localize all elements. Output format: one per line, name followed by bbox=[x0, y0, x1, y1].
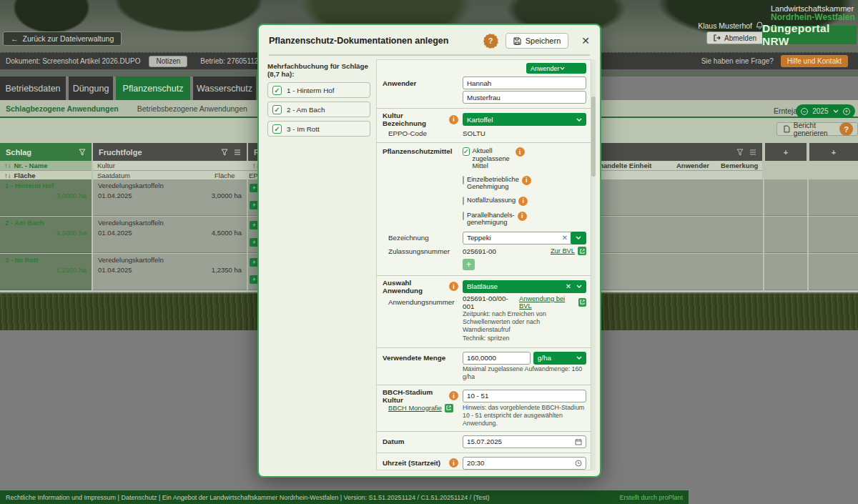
saatdatum-value: 01.04.2025 bbox=[98, 266, 132, 274]
kultur-label: Kultur Bezeichnung bbox=[383, 112, 446, 127]
question-text: Sie haben eine Frage? bbox=[701, 57, 774, 65]
anwender-first-input[interactable] bbox=[463, 76, 586, 89]
info-icon[interactable]: i bbox=[449, 115, 458, 124]
back-button-label: Zurück zur Dateiverwaltung bbox=[23, 34, 114, 43]
datum-input[interactable] bbox=[463, 435, 586, 448]
save-button[interactable]: Speichern bbox=[506, 33, 569, 49]
footer-info[interactable]: Rechtliche Information und Impressum | D… bbox=[6, 494, 489, 501]
column-header-fruchtfolge[interactable]: Fruchtfolge bbox=[93, 143, 247, 161]
form-scrollbar-thumb[interactable] bbox=[591, 97, 596, 177]
fruchtfolge-cell[interactable]: Veredelungskartoffeln 01.04.2025 4,5000 … bbox=[93, 217, 247, 253]
tab-betriebsdaten[interactable]: Betriebsdaten bbox=[0, 76, 66, 100]
schlag-cell[interactable]: 1 - Hinterm Hof 3,0000 ha bbox=[0, 179, 92, 216]
mittel-select-button[interactable] bbox=[571, 232, 586, 244]
clock-icon[interactable] bbox=[575, 460, 582, 467]
anwender-label: Anwender bbox=[383, 79, 416, 87]
external-link-icon[interactable] bbox=[578, 298, 586, 307]
section-uhrzeit: Uhrzeit (Startzeit)i Hinweis: Anwendung … bbox=[377, 453, 591, 471]
checkbox-einzel[interactable]: Einzelbetriebliche Genehmigung i bbox=[463, 174, 525, 192]
footer: Rechtliche Information und Impressum | D… bbox=[0, 490, 689, 504]
info-icon[interactable]: i bbox=[518, 197, 528, 206]
bbch-monografie-link[interactable]: BBCH Monografie bbox=[388, 405, 442, 412]
bbch-input[interactable] bbox=[463, 390, 586, 402]
section-psm: Pflanzenschutzmittel ✓ Aktuell zugelasse… bbox=[377, 142, 591, 275]
anwendung-select[interactable]: Blattläuse ✕ bbox=[463, 280, 586, 293]
dialog-help-icon[interactable]: ? bbox=[483, 34, 498, 49]
help-contact-button[interactable]: Hilfe und Kontakt bbox=[781, 55, 848, 67]
section-menge: Verwendete Menge g/ha Maximal zugelassen… bbox=[377, 347, 591, 385]
tab-duengung[interactable]: Düngung bbox=[69, 76, 113, 100]
app-root: ← Zurück zur Dateiverwaltung Klaus Muste… bbox=[0, 0, 858, 504]
info-icon[interactable]: i bbox=[518, 212, 527, 221]
checkbox-empty-icon[interactable] bbox=[463, 197, 464, 205]
dialog-divider bbox=[269, 54, 590, 56]
checkbox-checked-icon[interactable]: ✓ bbox=[272, 124, 282, 134]
multibooking-heading: Mehrfachbuchung für Schläge (8,7 ha): bbox=[267, 62, 370, 78]
calendar-icon[interactable] bbox=[575, 438, 582, 445]
kultur-select[interactable]: Kartoffel bbox=[463, 113, 586, 126]
erntejahr-selector[interactable]: − 2025 + bbox=[796, 104, 855, 118]
zulassung-label: Zulassungsnummer bbox=[383, 247, 450, 255]
logout-button[interactable]: Abmelden bbox=[706, 31, 764, 44]
anwender-type-select[interactable]: Anwender bbox=[526, 63, 586, 74]
add-mittel-button[interactable]: + bbox=[463, 259, 475, 270]
filter-icon[interactable] bbox=[736, 149, 744, 156]
add-column-button[interactable]: + bbox=[765, 143, 807, 161]
checkbox-checked-icon[interactable]: ✓ bbox=[272, 86, 282, 95]
tab-wasserschutz[interactable]: Wasserschutz bbox=[193, 76, 256, 100]
column-header-schlag[interactable]: Schlag bbox=[0, 143, 92, 161]
checkbox-empty-icon[interactable] bbox=[463, 176, 464, 184]
external-link-icon[interactable] bbox=[578, 247, 586, 255]
year-minus-icon[interactable]: − bbox=[801, 108, 808, 115]
menu-icon[interactable] bbox=[749, 149, 756, 155]
menge-input[interactable] bbox=[463, 352, 531, 365]
sort-icon[interactable]: ↑↓ bbox=[4, 162, 11, 169]
plot-checkbox-row[interactable]: ✓ 1 - Hinterm Hof bbox=[267, 82, 370, 98]
schlag-cell[interactable]: 2 - Am Bach 4,5000 ha bbox=[0, 217, 92, 253]
filter-icon[interactable] bbox=[221, 149, 228, 156]
checkbox-aktuell[interactable]: ✓ Aktuell zugelassene Mittel i bbox=[463, 146, 525, 172]
checkbox-checked-icon[interactable]: ✓ bbox=[272, 105, 282, 114]
schlag-area: 4,5000 ha bbox=[5, 229, 87, 237]
info-icon[interactable]: i bbox=[516, 147, 525, 157]
subheader-nr-name[interactable]: ↑↓ Nr. - Name bbox=[0, 161, 92, 170]
subtab-betriebsbezogene[interactable]: Betriebsbezogene Anwendungen bbox=[137, 104, 247, 113]
uhrzeit-input[interactable] bbox=[463, 457, 586, 470]
year-plus-icon[interactable]: + bbox=[843, 108, 850, 115]
anwender-last-input[interactable] bbox=[463, 91, 586, 104]
menu-icon[interactable] bbox=[234, 149, 241, 155]
close-icon[interactable]: ✕ bbox=[578, 34, 593, 48]
anwendung-bvl-link[interactable]: Anwendung bei BVL bbox=[519, 295, 576, 310]
tab-pflanzenschutz[interactable]: Pflanzenschutz bbox=[116, 76, 190, 100]
fruchtfolge-cell[interactable]: Veredelungskartoffeln 01.04.2025 1,2350 … bbox=[93, 254, 247, 290]
checkbox-empty-icon[interactable] bbox=[463, 212, 464, 220]
external-link-icon[interactable] bbox=[445, 404, 453, 412]
plot-checkbox-row[interactable]: ✓ 2 - Am Bach bbox=[267, 102, 370, 117]
info-icon[interactable]: i bbox=[449, 282, 458, 291]
info-icon[interactable]: i bbox=[522, 176, 531, 185]
subtab-schlagbezogene[interactable]: Schlagbezogene Anwendungen bbox=[6, 104, 119, 113]
subheader-flaeche[interactable]: ↑↓ Fläche bbox=[0, 170, 92, 179]
bvl-link[interactable]: Zur BVL bbox=[551, 247, 575, 255]
filter-icon[interactable] bbox=[79, 149, 86, 156]
back-to-file-management-button[interactable]: ← Zurück zur Dateiverwaltung bbox=[3, 31, 122, 46]
clear-icon[interactable]: ✕ bbox=[562, 234, 568, 242]
info-icon[interactable]: i bbox=[449, 391, 458, 400]
clear-icon[interactable]: ✕ bbox=[566, 282, 571, 290]
lwk-logo-mark-icon bbox=[762, 6, 768, 21]
checkbox-notfall[interactable]: Notfallzulassung i bbox=[463, 195, 525, 207]
ff-area-value: 4,5000 ha bbox=[212, 229, 242, 237]
plot-checkbox-row[interactable]: ✓ 3 - Im Rott bbox=[267, 121, 370, 137]
report-help-icon[interactable]: ? bbox=[839, 122, 853, 136]
checkbox-parallel[interactable]: Parallelhandels- genehmigung i bbox=[463, 210, 525, 228]
mittel-input[interactable] bbox=[463, 232, 573, 244]
info-icon[interactable]: i bbox=[449, 458, 458, 468]
notes-button[interactable]: Notizen bbox=[149, 56, 187, 67]
add-column-button[interactable]: + bbox=[809, 143, 858, 161]
schlag-cell[interactable]: 3 - Im Rott 1,2350 ha bbox=[0, 254, 92, 290]
sort-icon[interactable]: ↑↓ bbox=[4, 172, 11, 179]
document-label: Dokument: Screenshot Artikel 2026.DUPO bbox=[6, 57, 140, 65]
checkbox-checked-icon[interactable]: ✓ bbox=[463, 147, 470, 156]
menge-unit-select[interactable]: g/ha bbox=[533, 352, 586, 365]
fruchtfolge-cell[interactable]: Veredelungskartoffeln 01.04.2025 3,0000 … bbox=[93, 179, 247, 216]
